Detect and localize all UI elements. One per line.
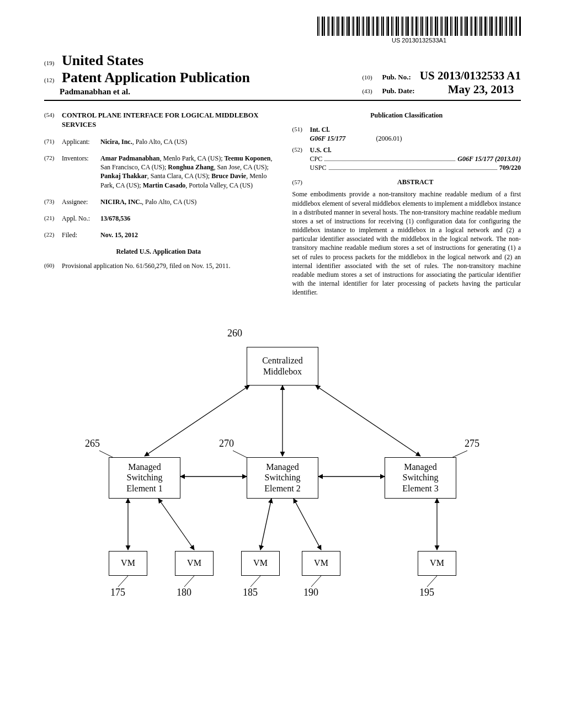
box-centralized-middlebox: Centralized Middlebox [247, 347, 318, 386]
ref-275: 275 [465, 438, 479, 449]
pub-no-label: Pub. No.: [382, 73, 411, 81]
uspc-value: 709/220 [499, 163, 521, 172]
box-vm-190: VM [302, 551, 340, 576]
cpc-value: G06F 15/177 (2013.01) [457, 154, 521, 163]
inid-19: (19) [44, 60, 58, 66]
barcode-text: US 20130132533A1 [317, 37, 521, 44]
figure-diagram: 260 Centralized Middlebox 265 Managed Sw… [62, 314, 503, 623]
applno-label: Appl. No.: [62, 214, 100, 223]
uspc-label: USPC [310, 163, 327, 172]
header-divider [44, 100, 521, 101]
assignee-label: Assignee: [62, 197, 100, 206]
inid-51: (51) [292, 125, 310, 143]
authors-line: Padmanabhan et al. [60, 87, 250, 97]
box-mse3: Managed Switching Element 3 [385, 457, 456, 499]
ref-195: 195 [419, 587, 434, 598]
svg-line-15 [250, 576, 260, 587]
inid-73: (73) [44, 197, 62, 206]
pub-date-label: Pub. Date: [382, 87, 414, 95]
ref-180: 180 [177, 587, 191, 598]
inid-72: (72) [44, 154, 62, 190]
inid-71: (71) [44, 137, 62, 146]
country-name: United States [62, 52, 143, 69]
invention-title: CONTROL PLANE INTERFACE FOR LOGICAL MIDD… [62, 111, 273, 130]
ref-185: 185 [243, 587, 258, 598]
svg-line-17 [427, 576, 437, 587]
svg-line-13 [118, 576, 128, 587]
svg-line-7 [260, 499, 271, 550]
filed-value: Nov. 15, 2012 [100, 231, 273, 239]
dotted-leader-2 [329, 164, 497, 170]
applno-value: 13/678,536 [100, 214, 273, 223]
abstract-text: Some embodiments provide a non-transitor… [292, 190, 521, 297]
box-vm-195: VM [418, 551, 456, 576]
box-vm-175: VM [109, 551, 147, 576]
ref-260: 260 [227, 328, 242, 339]
inventors-label: Inventors: [62, 154, 100, 190]
pub-no-value: US 2013/0132533 A1 [420, 69, 521, 82]
inid-57: (57) [292, 178, 310, 186]
inid-21: (21) [44, 214, 62, 223]
left-column: (54) CONTROL PLANE INTERFACE FOR LOGICAL… [44, 111, 273, 297]
pub-date-value: May 23, 2013 [448, 83, 514, 96]
box-mse2: Managed Switching Element 2 [247, 457, 318, 499]
classification-heading: Publication Classification [292, 111, 521, 120]
inid-54: (54) [44, 111, 62, 130]
inid-52: (52) [292, 146, 310, 173]
related-heading: Related U.S. Application Data [44, 247, 273, 256]
inid-60: (60) [44, 261, 62, 270]
box-vm-180: VM [175, 551, 214, 576]
ref-270: 270 [219, 438, 234, 449]
svg-line-6 [158, 499, 194, 550]
abstract-heading: ABSTRACT [310, 178, 521, 186]
applicant-content: Nicira, Inc., Palo Alto, CA (US) [100, 137, 273, 146]
ref-265: 265 [85, 438, 100, 449]
ref-190: 190 [303, 587, 318, 598]
barcode-lines [317, 17, 521, 36]
inid-43: (43) [362, 88, 376, 94]
document-header: (19) United States (12) Patent Applicati… [44, 52, 521, 97]
related-content: Provisional application No. 61/560,279, … [62, 261, 273, 270]
box-mse1: Managed Switching Element 1 [109, 457, 180, 499]
svg-line-2 [316, 386, 420, 456]
right-column: Publication Classification (51) Int. Cl.… [292, 111, 521, 297]
uscl-label: U.S. Cl. [310, 146, 521, 154]
inid-22: (22) [44, 231, 62, 239]
cpc-label: CPC [310, 154, 323, 163]
inid-10: (10) [362, 74, 376, 81]
filed-label: Filed: [62, 231, 100, 239]
ref-175: 175 [110, 587, 125, 598]
intcl-date: (2006.01) [376, 134, 402, 143]
inid-12: (12) [44, 77, 58, 83]
assignee-content: NICIRA, INC., Palo Alto, CA (US) [100, 197, 273, 206]
applicant-label: Applicant: [62, 137, 100, 146]
intcl-code: G06F 15/177 [310, 134, 376, 143]
svg-line-14 [184, 576, 194, 587]
dotted-leader-1 [324, 156, 455, 161]
barcode: US 20130132533A1 [317, 17, 521, 44]
svg-line-16 [311, 576, 321, 587]
inventors-content: Amar Padmanabhan, Menlo Park, CA (US); T… [100, 154, 273, 190]
publication-type: Patent Application Publication [62, 69, 250, 86]
box-vm-185: VM [241, 551, 280, 576]
bibliographic-columns: (54) CONTROL PLANE INTERFACE FOR LOGICAL… [44, 111, 521, 297]
intcl-label: Int. Cl. [310, 125, 521, 134]
svg-line-8 [294, 499, 321, 550]
barcode-area: US 20130132533A1 [44, 17, 521, 50]
